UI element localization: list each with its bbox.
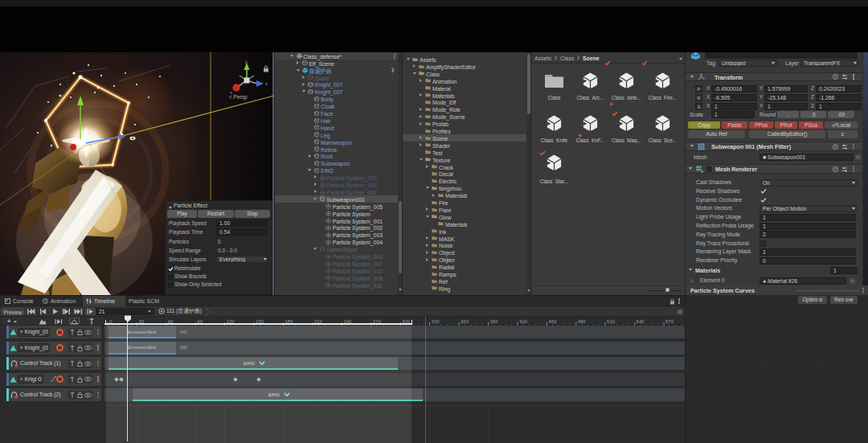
svg-text:z: z	[265, 81, 268, 86]
svg-text:570: 570	[665, 319, 674, 324]
svg-text:480: 480	[578, 319, 587, 324]
svg-text:390: 390	[490, 319, 499, 324]
svg-text:330: 330	[432, 319, 440, 324]
svg-text:420: 420	[519, 319, 528, 324]
svg-text:y: y	[245, 59, 248, 64]
svg-text:360: 360	[461, 319, 469, 324]
svg-text:450: 450	[548, 319, 557, 324]
svg-text:540: 540	[637, 319, 645, 324]
svg-text:510: 510	[607, 319, 616, 324]
